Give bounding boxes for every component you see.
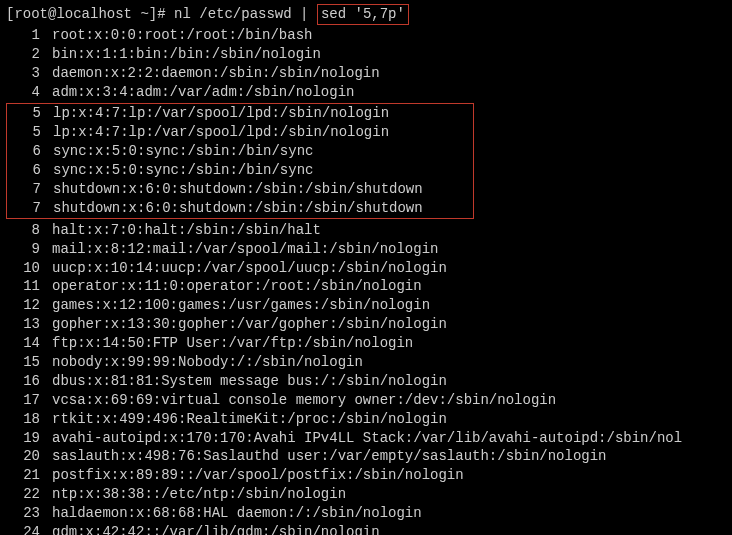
sed-command: sed '5,7p' bbox=[321, 6, 405, 22]
line-number: 18 bbox=[6, 410, 52, 429]
output-line: 6sync:x:5:0:sync:/sbin:/bin/sync bbox=[7, 142, 473, 161]
line-content: lp:x:4:7:lp:/var/spool/lpd:/sbin/nologin bbox=[53, 104, 473, 123]
line-content: avahi-autoipd:x:170:170:Avahi IPv4LL Sta… bbox=[52, 429, 726, 448]
output-line: 13gopher:x:13:30:gopher:/var/gopher:/sbi… bbox=[6, 315, 726, 334]
line-content: ftp:x:14:50:FTP User:/var/ftp:/sbin/nolo… bbox=[52, 334, 726, 353]
line-content: dbus:x:81:81:System message bus:/:/sbin/… bbox=[52, 372, 726, 391]
line-content: lp:x:4:7:lp:/var/spool/lpd:/sbin/nologin bbox=[53, 123, 473, 142]
output-line: 5lp:x:4:7:lp:/var/spool/lpd:/sbin/nologi… bbox=[7, 104, 473, 123]
line-content: operator:x:11:0:operator:/root:/sbin/nol… bbox=[52, 277, 726, 296]
line-content: gopher:x:13:30:gopher:/var/gopher:/sbin/… bbox=[52, 315, 726, 334]
shell-prompt: [root@localhost ~]# bbox=[6, 6, 166, 22]
line-number: 19 bbox=[6, 429, 52, 448]
output-line: 18rtkit:x:499:496:RealtimeKit:/proc:/sbi… bbox=[6, 410, 726, 429]
line-content: adm:x:3:4:adm:/var/adm:/sbin/nologin bbox=[52, 83, 726, 102]
output-line: 8halt:x:7:0:halt:/sbin:/sbin/halt bbox=[6, 221, 726, 240]
output-line: 22ntp:x:38:38::/etc/ntp:/sbin/nologin bbox=[6, 485, 726, 504]
output-line: 2bin:x:1:1:bin:/bin:/sbin/nologin bbox=[6, 45, 726, 64]
output-line: 9mail:x:8:12:mail:/var/spool/mail:/sbin/… bbox=[6, 240, 726, 259]
line-number: 2 bbox=[6, 45, 52, 64]
output-line: 6sync:x:5:0:sync:/sbin:/bin/sync bbox=[7, 161, 473, 180]
line-number: 5 bbox=[7, 123, 53, 142]
command-text: nl /etc/passwd | bbox=[174, 6, 317, 22]
output-line: 17vcsa:x:69:69:virtual console memory ow… bbox=[6, 391, 726, 410]
line-content: daemon:x:2:2:daemon:/sbin:/sbin/nologin bbox=[52, 64, 726, 83]
line-content: halt:x:7:0:halt:/sbin:/sbin/halt bbox=[52, 221, 726, 240]
output-line: 10uucp:x:10:14:uucp:/var/spool/uucp:/sbi… bbox=[6, 259, 726, 278]
command-highlight-box: sed '5,7p' bbox=[317, 4, 409, 25]
output-before-block: 1root:x:0:0:root:/root:/bin/bash2bin:x:1… bbox=[6, 26, 726, 102]
line-content: postfix:x:89:89::/var/spool/postfix:/sbi… bbox=[52, 466, 726, 485]
output-line: 12games:x:12:100:games:/usr/games:/sbin/… bbox=[6, 296, 726, 315]
output-highlight-block: 5lp:x:4:7:lp:/var/spool/lpd:/sbin/nologi… bbox=[6, 103, 474, 218]
line-content: rtkit:x:499:496:RealtimeKit:/proc:/sbin/… bbox=[52, 410, 726, 429]
line-number: 11 bbox=[6, 277, 52, 296]
command-prompt-line: [root@localhost ~]# nl /etc/passwd | sed… bbox=[6, 4, 726, 25]
line-content: games:x:12:100:games:/usr/games:/sbin/no… bbox=[52, 296, 726, 315]
line-number: 17 bbox=[6, 391, 52, 410]
output-line: 14ftp:x:14:50:FTP User:/var/ftp:/sbin/no… bbox=[6, 334, 726, 353]
output-line: 21postfix:x:89:89::/var/spool/postfix:/s… bbox=[6, 466, 726, 485]
line-number: 7 bbox=[7, 180, 53, 199]
line-number: 22 bbox=[6, 485, 52, 504]
line-content: vcsa:x:69:69:virtual console memory owne… bbox=[52, 391, 726, 410]
line-content: shutdown:x:6:0:shutdown:/sbin:/sbin/shut… bbox=[53, 199, 473, 218]
line-content: mail:x:8:12:mail:/var/spool/mail:/sbin/n… bbox=[52, 240, 726, 259]
line-number: 10 bbox=[6, 259, 52, 278]
line-content: haldaemon:x:68:68:HAL daemon:/:/sbin/nol… bbox=[52, 504, 726, 523]
line-number: 1 bbox=[6, 26, 52, 45]
line-content: sync:x:5:0:sync:/sbin:/bin/sync bbox=[53, 161, 473, 180]
line-number: 21 bbox=[6, 466, 52, 485]
line-number: 20 bbox=[6, 447, 52, 466]
line-content: nobody:x:99:99:Nobody:/:/sbin/nologin bbox=[52, 353, 726, 372]
output-line: 4adm:x:3:4:adm:/var/adm:/sbin/nologin bbox=[6, 83, 726, 102]
output-after-block: 8halt:x:7:0:halt:/sbin:/sbin/halt9mail:x… bbox=[6, 221, 726, 535]
line-number: 15 bbox=[6, 353, 52, 372]
line-content: ntp:x:38:38::/etc/ntp:/sbin/nologin bbox=[52, 485, 726, 504]
line-content: root:x:0:0:root:/root:/bin/bash bbox=[52, 26, 726, 45]
line-number: 13 bbox=[6, 315, 52, 334]
line-number: 16 bbox=[6, 372, 52, 391]
output-line: 5lp:x:4:7:lp:/var/spool/lpd:/sbin/nologi… bbox=[7, 123, 473, 142]
line-content: saslauth:x:498:76:Saslauthd user:/var/em… bbox=[52, 447, 726, 466]
line-number: 24 bbox=[6, 523, 52, 535]
output-line: 16dbus:x:81:81:System message bus:/:/sbi… bbox=[6, 372, 726, 391]
output-line: 15nobody:x:99:99:Nobody:/:/sbin/nologin bbox=[6, 353, 726, 372]
line-number: 6 bbox=[7, 142, 53, 161]
output-line: 3daemon:x:2:2:daemon:/sbin:/sbin/nologin bbox=[6, 64, 726, 83]
output-line: 23haldaemon:x:68:68:HAL daemon:/:/sbin/n… bbox=[6, 504, 726, 523]
line-number: 14 bbox=[6, 334, 52, 353]
output-line: 7shutdown:x:6:0:shutdown:/sbin:/sbin/shu… bbox=[7, 180, 473, 199]
line-content: gdm:x:42:42::/var/lib/gdm:/sbin/nologin bbox=[52, 523, 726, 535]
output-line: 1root:x:0:0:root:/root:/bin/bash bbox=[6, 26, 726, 45]
line-number: 12 bbox=[6, 296, 52, 315]
line-number: 23 bbox=[6, 504, 52, 523]
output-line: 19avahi-autoipd:x:170:170:Avahi IPv4LL S… bbox=[6, 429, 726, 448]
line-content: shutdown:x:6:0:shutdown:/sbin:/sbin/shut… bbox=[53, 180, 473, 199]
line-content: uucp:x:10:14:uucp:/var/spool/uucp:/sbin/… bbox=[52, 259, 726, 278]
output-line: 20saslauth:x:498:76:Saslauthd user:/var/… bbox=[6, 447, 726, 466]
line-number: 6 bbox=[7, 161, 53, 180]
output-line: 11operator:x:11:0:operator:/root:/sbin/n… bbox=[6, 277, 726, 296]
line-number: 4 bbox=[6, 83, 52, 102]
line-number: 7 bbox=[7, 199, 53, 218]
line-content: sync:x:5:0:sync:/sbin:/bin/sync bbox=[53, 142, 473, 161]
output-line: 24gdm:x:42:42::/var/lib/gdm:/sbin/nologi… bbox=[6, 523, 726, 535]
line-number: 3 bbox=[6, 64, 52, 83]
line-content: bin:x:1:1:bin:/bin:/sbin/nologin bbox=[52, 45, 726, 64]
line-number: 5 bbox=[7, 104, 53, 123]
line-number: 9 bbox=[6, 240, 52, 259]
line-number: 8 bbox=[6, 221, 52, 240]
output-line: 7shutdown:x:6:0:shutdown:/sbin:/sbin/shu… bbox=[7, 199, 473, 218]
